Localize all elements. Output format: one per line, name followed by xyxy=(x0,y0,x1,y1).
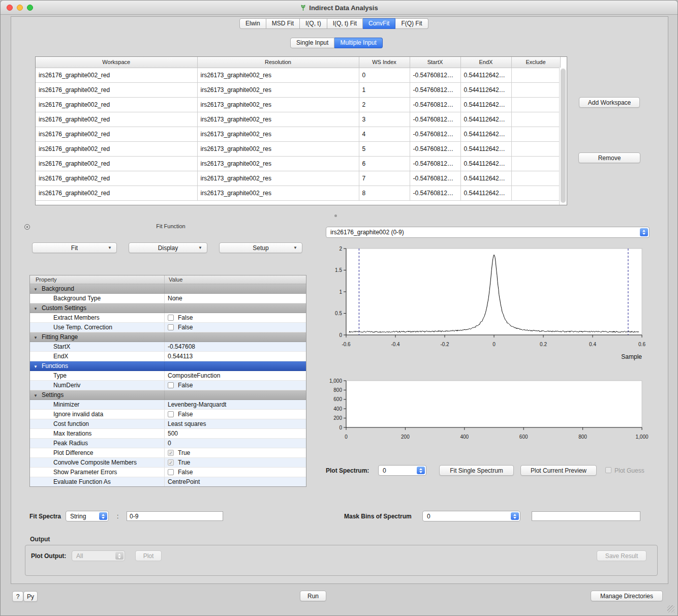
property-value[interactable]: CentrePoint xyxy=(168,477,200,486)
property-row-type[interactable]: TypeCompositeFunction xyxy=(30,371,306,381)
cell-exclude[interactable] xyxy=(511,127,560,141)
property-row-endx[interactable]: EndX0.544113 xyxy=(30,352,306,361)
tab-multiple-input[interactable]: Multiple Input xyxy=(334,38,382,48)
tab-msd-fit[interactable]: MSD Fit xyxy=(266,18,300,29)
property-value[interactable]: CompositeFunction xyxy=(168,371,220,380)
fit-menu-button[interactable]: Fit ▼ xyxy=(32,242,117,253)
column-header-workspace[interactable]: Workspace xyxy=(36,57,197,68)
column-header-endx[interactable]: EndX xyxy=(460,57,511,68)
workspace-table-row[interactable]: irs26176_graphite002_redirs26173_graphit… xyxy=(36,141,560,156)
property-value[interactable]: Least squares xyxy=(168,419,206,428)
cell-endx[interactable]: 0.544112642… xyxy=(460,141,511,156)
cell-startx[interactable]: -0.54760812… xyxy=(410,141,460,156)
tab-elwin[interactable]: Elwin xyxy=(239,18,266,29)
cell-exclude[interactable] xyxy=(511,68,560,82)
cell-exclude[interactable] xyxy=(511,97,560,112)
mask-bins-spectrum-select[interactable]: 0 xyxy=(422,511,520,521)
property-row-numderiv[interactable]: NumDerivFalse xyxy=(30,381,306,390)
plot-guess-checkbox[interactable] xyxy=(605,467,611,473)
plot-current-preview-button[interactable]: Plot Current Preview xyxy=(520,465,597,476)
collapse-arrow-icon[interactable]: ▼ xyxy=(34,306,38,311)
remove-button[interactable]: Remove xyxy=(578,152,640,163)
property-group-custom-settings[interactable]: ▼Custom Settings xyxy=(30,303,306,313)
property-checkbox[interactable] xyxy=(168,315,174,321)
property-checkbox[interactable] xyxy=(168,324,174,330)
stepper-icon[interactable] xyxy=(99,512,107,520)
property-checkbox[interactable] xyxy=(168,469,174,475)
resize-grip[interactable] xyxy=(667,605,674,612)
tab-f-q-fit[interactable]: F(Q) Fit xyxy=(395,18,428,29)
display-menu-button[interactable]: Display ▼ xyxy=(129,242,207,253)
run-button[interactable]: Run xyxy=(300,591,326,601)
collapse-arrow-icon[interactable]: ▼ xyxy=(34,287,38,292)
property-checkbox[interactable] xyxy=(168,382,174,388)
cell-startx[interactable]: -0.54760812… xyxy=(410,186,460,200)
cell-resolution[interactable]: irs26173_graphite002_res xyxy=(197,68,359,82)
cell-workspace[interactable]: irs26176_graphite002_red xyxy=(36,82,197,97)
column-header-resolution[interactable]: Resolution xyxy=(197,57,359,68)
property-value[interactable]: False xyxy=(178,410,193,419)
cell-ws_index[interactable]: 2 xyxy=(359,97,410,112)
cell-endx[interactable]: 0.544112642… xyxy=(460,127,511,141)
cell-exclude[interactable] xyxy=(511,141,560,156)
cell-endx[interactable]: 0.544112642… xyxy=(460,156,511,171)
property-row-extract-members[interactable]: Extract MembersFalse xyxy=(30,313,306,323)
cell-ws_index[interactable]: 4 xyxy=(359,127,410,141)
property-row-minimizer[interactable]: MinimizerLevenberg-Marquardt xyxy=(30,400,306,410)
cell-endx[interactable]: 0.544112642… xyxy=(460,97,511,112)
stepper-icon[interactable] xyxy=(511,512,519,520)
property-value[interactable]: None xyxy=(168,294,182,303)
property-value[interactable]: False xyxy=(178,313,193,322)
cell-resolution[interactable]: irs26173_graphite002_res xyxy=(197,141,359,156)
cell-ws_index[interactable]: 6 xyxy=(359,156,410,171)
cell-workspace[interactable]: irs26176_graphite002_red xyxy=(36,141,197,156)
cell-exclude[interactable] xyxy=(511,112,560,127)
property-group-fitting-range[interactable]: ▼Fitting Range xyxy=(30,332,306,342)
cell-endx[interactable]: 0.544112642… xyxy=(460,68,511,82)
cell-resolution[interactable]: irs26173_graphite002_res xyxy=(197,127,359,141)
property-value[interactable]: False xyxy=(178,381,193,390)
fit-spectra-mode-select[interactable]: String xyxy=(66,511,109,521)
property-row-ignore-invalid-data[interactable]: Ignore invalid dataFalse xyxy=(30,410,306,419)
cell-workspace[interactable]: irs26176_graphite002_red xyxy=(36,156,197,171)
property-value[interactable]: False xyxy=(178,323,193,332)
workspace-table-row[interactable]: irs26176_graphite002_redirs26173_graphit… xyxy=(36,156,560,171)
cell-resolution[interactable]: irs26173_graphite002_res xyxy=(197,97,359,112)
property-row-peak-radius[interactable]: Peak Radius0 xyxy=(30,439,306,448)
table-scrollbar[interactable] xyxy=(559,68,567,205)
cell-workspace[interactable]: irs26176_graphite002_red xyxy=(36,68,197,82)
tab-single-input[interactable]: Single Input xyxy=(290,38,334,48)
property-checkbox[interactable] xyxy=(168,459,174,466)
property-row-cost-function[interactable]: Cost functionLeast squares xyxy=(30,419,306,429)
property-row-show-parameter-errors[interactable]: Show Parameter ErrorsFalse xyxy=(30,468,306,477)
column-header-exclude[interactable]: Exclude xyxy=(511,57,560,68)
sample-preview-plot[interactable]: -0.6-0.4-0.200.20.40.600.511.52Sample xyxy=(326,245,650,363)
cell-startx[interactable]: -0.54760812… xyxy=(410,97,460,112)
tab-i-q-t-fit[interactable]: I(Q, t) Fit xyxy=(327,18,363,29)
property-row-plot-difference[interactable]: Plot DifferenceTrue xyxy=(30,448,306,458)
cell-ws_index[interactable]: 8 xyxy=(359,186,410,200)
property-row-convolve-composite-members[interactable]: Convolve Composite MembersTrue xyxy=(30,458,306,468)
workspace-table-row[interactable]: irs26176_graphite002_redirs26173_graphit… xyxy=(36,97,560,112)
workspace-table-row[interactable]: irs26176_graphite002_redirs26173_graphit… xyxy=(36,82,560,97)
cell-endx[interactable]: 0.544112642… xyxy=(460,171,511,186)
workspace-table-row[interactable]: irs26176_graphite002_redirs26173_graphit… xyxy=(36,112,560,127)
property-row-startx[interactable]: StartX-0.547608 xyxy=(30,342,306,352)
property-row-max-iterations[interactable]: Max Iterations500 xyxy=(30,429,306,439)
cell-exclude[interactable] xyxy=(511,186,560,200)
cell-exclude[interactable] xyxy=(511,156,560,171)
property-group-functions[interactable]: ▼Functions xyxy=(30,361,306,371)
stepper-icon[interactable] xyxy=(417,467,425,474)
cell-startx[interactable]: -0.54760812… xyxy=(410,112,460,127)
cell-ws_index[interactable]: 0 xyxy=(359,68,410,82)
cell-resolution[interactable]: irs26173_graphite002_res xyxy=(197,82,359,97)
cell-startx[interactable]: -0.54760812… xyxy=(410,82,460,97)
cell-ws_index[interactable]: 5 xyxy=(359,141,410,156)
property-group-background[interactable]: ▼Background xyxy=(30,284,306,294)
help-button[interactable]: ? xyxy=(12,591,23,602)
scrollbar-thumb[interactable] xyxy=(561,69,566,203)
workspace-table-row[interactable]: irs26176_graphite002_redirs26173_graphit… xyxy=(36,186,560,200)
property-value[interactable]: 0.544113 xyxy=(168,352,193,361)
fit-preview-plot[interactable]: 02004006008001,00002004006008001,000 xyxy=(326,376,650,444)
mask-bins-input[interactable] xyxy=(532,511,640,521)
